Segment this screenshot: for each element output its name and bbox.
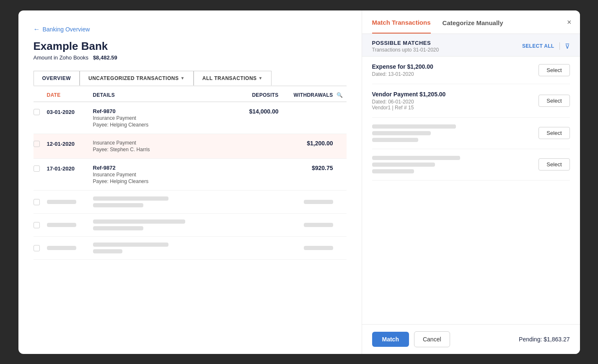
match2-title: Vendor Payment $1,205.00 [372, 91, 446, 98]
skeleton-row-4 [34, 191, 347, 214]
match1-info: Expense for $1,200.00 Dated: 13-01-2020 [372, 63, 433, 77]
match2-sub1: Dated: 06-01-2020 [372, 99, 446, 105]
match2-sub2: Vendor1 | Ref # 15 [372, 105, 446, 111]
match-skeleton-4: Select [372, 149, 570, 181]
tab-overview-label: OVERVIEW [42, 75, 71, 81]
skel6-date [47, 246, 76, 250]
row1-date: 03-01-2020 [47, 108, 93, 115]
match3-select-button[interactable]: Select [538, 127, 570, 139]
match-button[interactable]: Match [372, 332, 409, 347]
row2-payee: Payee: Stephen C. Harris [93, 147, 228, 152]
skeleton-row-6 [34, 237, 347, 260]
tabs-bar: OVERVIEW UNCATEGORIZED TRANSACTIONS ▼ AL… [34, 71, 347, 86]
skel4-amount [304, 200, 333, 204]
row3-checkbox[interactable] [34, 165, 47, 172]
match2-info: Vendor Payment $1,205.00 Dated: 06-01-20… [372, 91, 446, 111]
table-row: 03-01-2020 Ref-9870 Insurance Payment Pa… [34, 102, 347, 134]
th-checkbox [34, 92, 47, 98]
bank-subtitle: Amount in Zoho Books $8,482.59 [34, 54, 347, 61]
back-link-text: Banking Overview [43, 26, 90, 33]
checkbox-skel6[interactable] [34, 245, 40, 251]
right-panel: Match Transactions Categorize Manually ×… [362, 10, 580, 354]
match-item-1: Expense for $1,200.00 Dated: 13-01-2020 … [372, 57, 570, 84]
skel-match4-line3 [372, 169, 414, 173]
skel5-amount [304, 223, 333, 227]
row1-ref: Ref-9870 [93, 108, 228, 114]
matches-subtitle: Transactions upto 31-01-2020 [372, 47, 439, 53]
skel6-amount [304, 246, 333, 250]
match1-select-button[interactable]: Select [538, 64, 570, 76]
divider [559, 42, 560, 50]
match1-sub1: Dated: 13-01-2020 [372, 71, 433, 77]
match1-title: Expense for $1,200.00 [372, 63, 433, 70]
row3-details: Ref-9872 Insurance Payment Payee: Helpin… [93, 165, 228, 184]
row3-ref: Ref-9872 [93, 165, 228, 171]
close-button[interactable]: × [567, 18, 572, 27]
th-withdrawals: WITHDRAWALS [279, 92, 333, 98]
left-panel: ← Banking Overview Example Bank Amount i… [18, 10, 362, 354]
modal-container: ← Banking Overview Example Bank Amount i… [18, 10, 580, 354]
back-link[interactable]: ← Banking Overview [34, 26, 347, 33]
skel-match3-line2 [372, 131, 431, 135]
right-header: Match Transactions Categorize Manually × [362, 10, 580, 34]
skel-match3-line1 [372, 124, 456, 129]
table-row: 17-01-2020 Ref-9872 Insurance Payment Pa… [34, 159, 347, 191]
checkbox-row3[interactable] [34, 165, 40, 172]
skel-match3-info [372, 124, 456, 142]
matches-right: SELECT ALL ⊽ [522, 42, 570, 50]
tab-uncategorized-dropdown-icon: ▼ [180, 76, 184, 80]
checkbox-row2[interactable] [34, 141, 40, 147]
table-header: DATE DETAILS DEPOSITS WITHDRAWALS 🔍 [34, 87, 347, 102]
tab-match-transactions[interactable]: Match Transactions [372, 19, 431, 34]
tab-uncategorized-label: UNCATEGORIZED TRANSACTIONS [88, 75, 179, 81]
checkbox-skel4[interactable] [34, 199, 40, 205]
match-skeleton-3: Select [372, 118, 570, 149]
checkbox-row1[interactable] [34, 109, 40, 115]
th-search-icon[interactable]: 🔍 [333, 92, 347, 98]
skel-match3-line3 [372, 138, 418, 142]
row2-checkbox[interactable] [34, 140, 47, 147]
table-body: 03-01-2020 Ref-9870 Insurance Payment Pa… [34, 102, 347, 354]
th-date[interactable]: DATE [47, 92, 93, 98]
row1-checkbox[interactable] [34, 108, 47, 115]
bank-title: Example Bank [34, 40, 347, 53]
th-deposits: DEPOSITS [228, 92, 279, 98]
skel-match4-line1 [372, 156, 460, 160]
row1-payee: Payee: Helping Cleaners [93, 122, 228, 128]
th-details: DETAILS [93, 92, 228, 98]
select-all-button[interactable]: SELECT ALL [522, 43, 554, 49]
match2-select-button[interactable]: Select [538, 95, 570, 107]
row3-withdrawal: $920.75 [279, 165, 333, 171]
skel5-details [93, 219, 228, 230]
row2-date: 12-01-2020 [47, 140, 93, 147]
tab-categorize-manually[interactable]: Categorize Manually [443, 19, 503, 33]
row2-withdrawal: $1,200.00 [279, 140, 333, 147]
tab-all-transactions[interactable]: ALL TRANSACTIONS ▼ [194, 71, 272, 85]
skel-match4-info [372, 156, 460, 173]
matches-list: Expense for $1,200.00 Dated: 13-01-2020 … [362, 57, 580, 324]
checkbox-skel5[interactable] [34, 222, 40, 228]
skel5-date [47, 223, 76, 227]
row1-deposit: $14,000.00 [228, 108, 279, 115]
matches-left: POSSIBLE MATCHES Transactions upto 31-01… [372, 40, 439, 53]
tab-overview[interactable]: OVERVIEW [34, 71, 80, 85]
row2-details: Insurance Payment Payee: Stephen C. Harr… [93, 140, 228, 152]
match4-select-button[interactable]: Select [538, 158, 570, 170]
skel4-details [93, 196, 228, 207]
table-row-highlighted: 12-01-2020 Insurance Payment Payee: Step… [34, 134, 347, 159]
cancel-button[interactable]: Cancel [414, 331, 450, 347]
row1-details: Ref-9870 Insurance Payment Payee: Helpin… [93, 108, 228, 128]
tab-all-label: ALL TRANSACTIONS [202, 75, 257, 81]
tab-uncategorized[interactable]: UNCATEGORIZED TRANSACTIONS ▼ [80, 71, 194, 85]
matches-title: POSSIBLE MATCHES [372, 40, 439, 46]
row2-desc: Insurance Payment [93, 140, 228, 146]
amount-value: $8,482.59 [93, 54, 117, 61]
skel4-date [47, 200, 76, 204]
skel-match4-line2 [372, 163, 435, 167]
pending-text: Pending: $1,863.27 [519, 336, 570, 343]
amount-label: Amount in Zoho Books [34, 54, 89, 61]
tab-all-dropdown-icon: ▼ [259, 76, 263, 80]
row3-date: 17-01-2020 [47, 165, 93, 172]
row3-payee: Payee: Helping Cleaners [93, 178, 228, 184]
filter-icon[interactable]: ⊽ [565, 42, 570, 50]
